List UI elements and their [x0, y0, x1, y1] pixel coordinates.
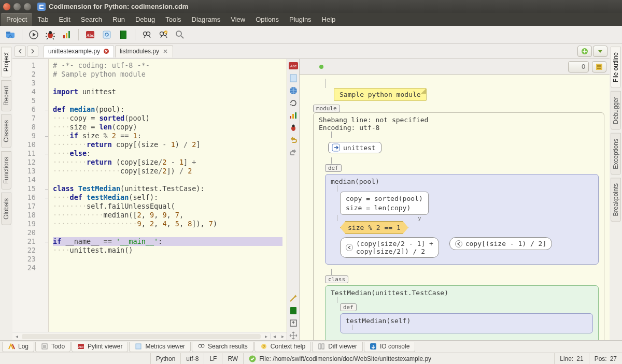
svg-text:Abc: Abc: [290, 64, 296, 68]
tab-icon: [41, 343, 48, 350]
status-dot-icon: [319, 65, 323, 69]
tool-refresh-icon[interactable]: [289, 98, 298, 108]
tool-move-icon[interactable]: [289, 331, 298, 340]
side-tab-breakpoints[interactable]: Breakpoints: [611, 178, 621, 222]
tool-globe-icon[interactable]: [289, 86, 298, 95]
tool-export-icon[interactable]: [289, 318, 298, 328]
svg-rect-24: [290, 75, 296, 82]
tool-page-icon[interactable]: [289, 74, 298, 83]
bottom-tab-todo[interactable]: Todo: [35, 342, 70, 352]
menu-run[interactable]: Run: [107, 13, 130, 26]
menu-diagrams[interactable]: Diagrams: [187, 13, 226, 26]
bottom-tab-metrics-viewer[interactable]: Metrics viewer: [129, 342, 191, 352]
side-tab-project[interactable]: Project: [1, 47, 11, 77]
open-project-button[interactable]: [3, 27, 18, 42]
menu-project[interactable]: Project: [1, 13, 32, 26]
tool-bug-icon[interactable]: [289, 123, 298, 133]
tool-wand-icon[interactable]: [289, 294, 298, 303]
bottom-tab-search-results[interactable]: Search results: [192, 342, 253, 352]
svg-rect-26: [290, 116, 291, 119]
find-button[interactable]: [139, 27, 154, 42]
status-readwrite[interactable]: RW: [222, 353, 243, 364]
spellcheck-button[interactable]: Abc: [83, 27, 97, 42]
window-maximize-button[interactable]: [24, 3, 31, 10]
profiler-button[interactable]: [60, 27, 74, 42]
menu-edit[interactable]: Edit: [53, 13, 75, 26]
side-tab-debugger[interactable]: Debugger: [611, 91, 621, 130]
window-minimize-button[interactable]: [13, 3, 21, 10]
tool-undo-icon[interactable]: [289, 136, 298, 145]
class-signature: TestMedian(unittest.TestCase): [331, 289, 593, 297]
menu-options[interactable]: Options: [250, 13, 284, 26]
diagram-settings-button[interactable]: [592, 61, 606, 72]
menu-debug[interactable]: Debug: [130, 13, 160, 26]
status-encoding[interactable]: utf-8: [180, 353, 204, 364]
bottom-tab-context-help[interactable]: ?Context help: [255, 342, 311, 352]
tab-history-fwd-button[interactable]: [27, 46, 38, 57]
close-icon[interactable]: [162, 48, 168, 54]
side-tab-globals[interactable]: Globals: [1, 193, 11, 225]
tab-icon: ?: [260, 343, 267, 350]
tool-chart-icon[interactable]: [289, 111, 298, 120]
svg-rect-28: [295, 112, 296, 119]
editor-hscrollbar[interactable]: ◂▸ ◂▸: [12, 332, 287, 340]
module-docstring-note: Sample python module: [334, 88, 427, 101]
code-editor-pane: 123456789101112131415161718192021222324 …: [12, 59, 287, 340]
class-block[interactable]: TestMedian(unittest.TestCase) def testMe…: [325, 285, 599, 340]
flow-diagram-canvas[interactable]: Sample python module module Shebang line…: [300, 75, 610, 340]
side-tab-functions[interactable]: Functions: [1, 151, 11, 190]
side-tab-classes[interactable]: Classes: [1, 114, 11, 148]
file-tab[interactable]: unittestexample.py: [44, 45, 114, 57]
status-eol[interactable]: LF: [204, 353, 222, 364]
code-editor[interactable]: 123456789101112131415161718192021222324 …: [12, 59, 287, 332]
title-bar: Codimension for Python: codimension.cdm: [0, 0, 622, 13]
editor-tab-strip: unittestexample.pylistmodules.py: [12, 43, 610, 59]
tab-icon: [370, 343, 377, 350]
tool-book-icon[interactable]: [289, 306, 298, 315]
tab-dropdown-button[interactable]: [593, 46, 607, 57]
side-tab-recent[interactable]: Recent: [1, 80, 11, 111]
status-language[interactable]: Python: [150, 353, 180, 364]
bottom-tab-diff-viewer[interactable]: Diff viewer: [312, 342, 363, 352]
find-replace-button[interactable]: [156, 27, 171, 42]
method-signature: testMedian(self): [346, 317, 587, 325]
tab-icon: [197, 343, 205, 350]
run-button[interactable]: [26, 27, 41, 42]
tool-redo-icon[interactable]: [289, 148, 298, 157]
search-button[interactable]: [173, 27, 187, 42]
book-button[interactable]: [116, 27, 131, 42]
menu-search[interactable]: Search: [76, 13, 107, 26]
bottom-tab-io-console[interactable]: IO console: [364, 342, 415, 352]
side-tab-file-outline[interactable]: File outline: [611, 47, 621, 88]
svg-point-5: [49, 31, 52, 34]
editor-gutter[interactable]: 123456789101112131415161718192021222324 …: [12, 59, 49, 332]
menu-view[interactable]: View: [225, 13, 250, 26]
menu-help[interactable]: Help: [317, 13, 341, 26]
reload-button[interactable]: [100, 27, 114, 42]
function-block[interactable]: median(pool) copy = sorted(pool)size = l…: [325, 174, 599, 265]
add-tab-button[interactable]: [577, 46, 592, 57]
svg-point-18: [164, 31, 167, 34]
side-tab-exceptions[interactable]: Exceptions: [611, 133, 621, 175]
method-block[interactable]: testMedian(self): [340, 313, 593, 333]
tool-spellcheck-icon[interactable]: Abc: [289, 61, 298, 70]
close-icon[interactable]: [103, 48, 109, 54]
menu-plugins[interactable]: Plugins: [284, 13, 317, 26]
code-area[interactable]: # -*- coding: utf-8 -*- # Sample python …: [49, 59, 287, 332]
app-icon: [37, 3, 46, 11]
debug-button[interactable]: [43, 27, 58, 42]
menu-tools[interactable]: Tools: [160, 13, 186, 26]
diagram-tool-column: Abc: [287, 59, 300, 340]
window-close-button[interactable]: [3, 3, 10, 10]
bottom-tab-pylint-viewer[interactable]: AbcPylint viewer: [72, 342, 128, 352]
file-tab[interactable]: listmodules.py: [115, 45, 173, 57]
svg-rect-31: [290, 307, 296, 314]
bottom-tab-log[interactable]: Log: [2, 342, 34, 352]
tab-history-back-button[interactable]: [15, 46, 26, 57]
import-pill[interactable]: unittest: [328, 142, 381, 153]
svg-rect-6: [63, 35, 65, 38]
bottom-panel-tabs: LogTodoAbcPylint viewerMetrics viewerSea…: [0, 340, 622, 353]
tab-icon: [8, 343, 15, 350]
class-tag: class: [325, 275, 348, 283]
menu-tab[interactable]: Tab: [32, 13, 53, 26]
